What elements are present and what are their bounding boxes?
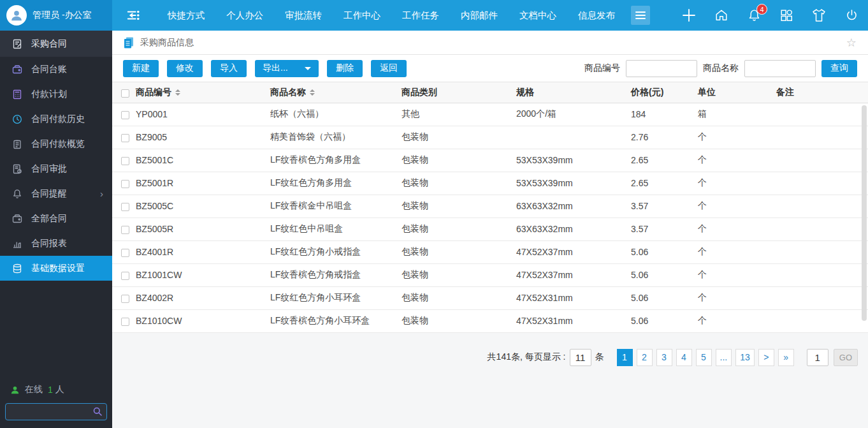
row-checkbox[interactable]	[121, 272, 129, 280]
go-button[interactable]: GO	[834, 349, 858, 366]
menu-item-internal-mail[interactable]: 内部邮件	[450, 0, 509, 31]
product-table-wrap: 商品编号 商品名称 商品类别 规格 价格(元) 单位 备注 YP0001纸杯（六…	[112, 82, 868, 333]
page-doc-icon	[124, 37, 134, 48]
table-row[interactable]: BZ4001RLF纹红色方角小戒指盒包装物47X52X37mm5.06个	[112, 240, 868, 263]
export-button[interactable]: 导出...	[255, 60, 319, 77]
row-checkbox[interactable]	[121, 203, 129, 211]
sidebar-item-purchase-contract[interactable]: 采购合同	[0, 31, 112, 57]
page-button-3[interactable]: 3	[656, 349, 672, 366]
row-checkbox[interactable]	[121, 226, 129, 234]
menu-item-info-publish[interactable]: 信息发布	[567, 0, 626, 31]
page-button-13[interactable]: 13	[735, 349, 755, 366]
edit-button[interactable]: 修改	[167, 60, 203, 77]
table-row[interactable]: BZ1001CWLF纹香槟色方角戒指盒包装物47X52X37mm5.06个	[112, 263, 868, 286]
database-icon	[11, 263, 23, 274]
col-header-price: 价格(元)	[631, 82, 698, 103]
home-icon[interactable]	[714, 8, 729, 23]
col-header-product-name[interactable]: 商品名称	[270, 82, 401, 103]
user-area[interactable]: 管理员 -办公室	[0, 0, 112, 31]
product-code-label: 商品编号	[584, 63, 620, 74]
more-menu-icon[interactable]	[631, 6, 650, 25]
new-button[interactable]: 新建	[123, 60, 159, 77]
row-checkbox[interactable]	[121, 295, 129, 303]
sidebar-item-payment-history[interactable]: 合同付款历史	[0, 107, 112, 131]
sidebar-item-all-contracts[interactable]: 全部合同	[0, 206, 112, 231]
wallet-icon	[11, 64, 23, 75]
row-checkbox[interactable]	[121, 249, 129, 257]
contract-doc-icon	[11, 38, 23, 50]
product-code-input[interactable]	[626, 60, 697, 77]
collapse-menu-icon[interactable]	[124, 6, 143, 25]
apps-grid-icon[interactable]	[779, 8, 794, 23]
user-name: 管理员 -办公室	[33, 10, 92, 21]
sidebar-item-label: 合同审批	[31, 163, 67, 175]
table-row[interactable]: BZ5005RLF纹红色中吊咀盒包装物63X63X32mm3.57个	[112, 218, 868, 240]
row-checkbox[interactable]	[121, 157, 129, 165]
main-content: 采购商品信息 ☆ 新建 修改 导入 导出... 删除 返回 商品编号 商品名称	[112, 31, 868, 428]
row-checkbox[interactable]	[121, 134, 129, 142]
page-size-input[interactable]	[570, 349, 591, 366]
table-row[interactable]: BZ4002RLF纹红色方角小耳环盒包装物47X52X31mm5.06个	[112, 286, 868, 309]
product-name-input[interactable]	[744, 60, 816, 77]
row-checkbox[interactable]	[121, 111, 129, 119]
table-row[interactable]: BZ9005精美首饰袋（六福）包装物2.76个	[112, 126, 868, 149]
page-button-5[interactable]: 5	[696, 349, 712, 366]
add-icon[interactable]	[681, 8, 697, 23]
row-checkbox[interactable]	[121, 180, 129, 188]
page-button-1[interactable]: 1	[617, 349, 633, 366]
menu-item-approval-flow[interactable]: 审批流转	[274, 0, 333, 31]
sidebar-item-contract-reminder[interactable]: 合同提醒 ›	[0, 181, 112, 206]
sidebar-item-contract-approval[interactable]: 合同审批	[0, 156, 112, 181]
sidebar-item-label: 合同台账	[31, 64, 67, 75]
search-button[interactable]: 查询	[821, 60, 857, 77]
table-row[interactable]: YP0001纸杯（六福）其他2000个/箱184箱	[112, 103, 868, 126]
logout-power-icon[interactable]	[844, 8, 859, 23]
row-checkbox[interactable]	[121, 318, 129, 326]
table-row[interactable]: BZ5001CLF纹香槟色方角多用盒包装物53X53X39mm2.65个	[112, 149, 868, 172]
page-button-4[interactable]: 4	[676, 349, 692, 366]
delete-button[interactable]: 删除	[327, 60, 363, 77]
topbar: 管理员 -办公室 快捷方式 个人办公 审批流转 工作中心 工作任务 内部邮件 文…	[0, 0, 868, 31]
sort-icon[interactable]	[310, 89, 315, 96]
page-button-2[interactable]: 2	[637, 349, 653, 366]
col-header-unit: 单位	[698, 82, 776, 103]
select-all-checkbox[interactable]	[121, 89, 129, 98]
menu-item-work-center[interactable]: 工作中心	[333, 0, 391, 31]
table-row[interactable]: BZ5005CLF纹香槟金中吊咀盒包装物63X63X32mm3.57个	[112, 195, 868, 218]
menu-item-document-center[interactable]: 文档中心	[509, 0, 567, 31]
table-row[interactable]: BZ5001RLF纹红色方角多用盒包装物53X53X39mm2.65个	[112, 172, 868, 195]
sidebar-item-payment-overview[interactable]: 合同付款概览	[0, 131, 112, 156]
menu-item-work-tasks[interactable]: 工作任务	[391, 0, 450, 31]
page-header: 采购商品信息 ☆	[112, 31, 868, 55]
sort-icon[interactable]	[175, 89, 180, 96]
sidebar-item-contract-reports[interactable]: 合同报表	[0, 231, 112, 256]
sidebar-item-payment-plan[interactable]: 付款计划	[0, 82, 112, 107]
next-page-button[interactable]: >	[758, 349, 774, 366]
sidebar-item-contract-ledger[interactable]: 合同台账	[0, 57, 112, 82]
sidebar-item-label: 合同付款概览	[31, 138, 85, 150]
toolbar: 新建 修改 导入 导出... 删除 返回 商品编号 商品名称 查询	[112, 55, 868, 82]
pagination: 共141条, 每页显示 : 条 1 2 3 4 5 ... 13 > » GO	[112, 333, 868, 366]
search-icon[interactable]	[92, 406, 103, 417]
favorite-star-icon[interactable]: ☆	[846, 36, 857, 50]
notifications-bell-icon[interactable]: 4	[746, 8, 762, 23]
menu-item-shortcuts[interactable]: 快捷方式	[157, 0, 215, 31]
import-button[interactable]: 导入	[211, 60, 247, 77]
menu-item-personal-office[interactable]: 个人办公	[215, 0, 274, 31]
product-table: 商品编号 商品名称 商品类别 规格 价格(元) 单位 备注 YP0001纸杯（六…	[112, 82, 868, 333]
sidebar-search-input[interactable]	[5, 403, 107, 420]
sidebar-item-base-data-settings[interactable]: 基础数据设置	[0, 256, 112, 281]
theme-shirt-icon[interactable]	[811, 8, 827, 23]
online-label: 在线	[25, 384, 43, 395]
table-row[interactable]: BZ1010CWLF纹香槟色方角小耳环盒包装物47X52X31mm5.06个	[112, 309, 868, 332]
col-header-product-code[interactable]: 商品编号	[136, 82, 270, 103]
goto-page-input[interactable]	[807, 349, 828, 366]
back-button[interactable]: 返回	[371, 60, 407, 77]
online-user-icon	[10, 385, 20, 395]
calculator-icon	[11, 89, 23, 100]
online-count: 1	[48, 385, 53, 395]
table-scrollbar[interactable]	[862, 105, 867, 321]
last-page-button[interactable]: »	[778, 349, 794, 366]
sidebar-item-label: 付款计划	[31, 89, 67, 100]
page-size-unit: 条	[595, 351, 604, 363]
